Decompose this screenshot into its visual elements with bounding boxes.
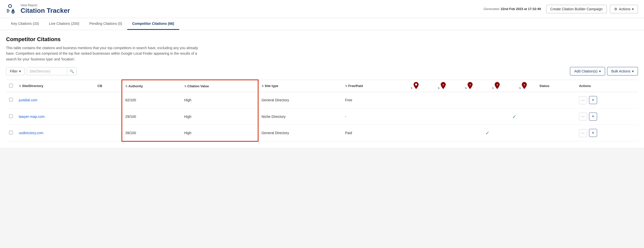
header-actions-label: Actions: [579, 84, 591, 88]
header-right: Generated: 22nd Feb 2023 at 17:32:49 Cre…: [483, 5, 638, 13]
generated-label: Generated:: [483, 7, 500, 11]
svg-text:4: 4: [497, 84, 498, 86]
add-citations-chevron-icon: ▾: [599, 69, 601, 73]
row3-add-button[interactable]: +: [589, 129, 597, 137]
sort-citation-icon: ⇅: [184, 85, 186, 88]
row2-site-link[interactable]: lawyer-map.com: [19, 115, 45, 119]
row1-add-button[interactable]: +: [589, 96, 597, 104]
filter-button[interactable]: Filter ▾: [6, 67, 25, 75]
bulk-actions-button[interactable]: Bulk Actions ▾: [607, 67, 638, 75]
row2-comp5: ✓: [509, 108, 536, 125]
row2-status: [536, 108, 576, 125]
row1-comp2: [428, 92, 455, 109]
table-header-row: ⇅ Site/Directory CB ⇅ Authority ⇅ Citati…: [6, 80, 638, 92]
create-campaign-button[interactable]: Create Citation Builder Campaign: [546, 5, 607, 13]
row1-comp5: [509, 92, 536, 109]
header-site-label: Site/Directory: [22, 84, 43, 88]
row1-citation-value: High: [181, 92, 258, 109]
table-row: usdirectory.com 39/100 High General Dire…: [6, 125, 638, 141]
toolbar-left: Filter ▾ 🔍: [6, 67, 77, 75]
sort-comp5-icon: ⇅: [519, 87, 521, 90]
row2-cb: [94, 108, 122, 125]
row1-site-link[interactable]: justdial.com: [19, 98, 37, 102]
row2-comp5-check-icon: ✓: [512, 114, 517, 119]
tab-live-citations[interactable]: Live Citations (200): [44, 18, 84, 30]
sort-comp1-icon: ⇅: [411, 87, 413, 90]
row2-checkbox[interactable]: [9, 114, 13, 118]
main-content: Competitor Citations This table contains…: [0, 30, 644, 148]
header-site-type[interactable]: ⇅ Site type: [258, 80, 342, 92]
header-site-type-label: Site type: [265, 84, 278, 88]
search-button[interactable]: 🔍: [67, 68, 77, 75]
table-row: justdial.com 62/100 High General Directo…: [6, 92, 638, 109]
citation-tracker-icon: [6, 3, 17, 15]
add-citations-button[interactable]: Add Citation(s) ▾: [570, 67, 605, 75]
header-left: View Report: Citation Tracker: [6, 3, 70, 15]
citations-table-container: ⇅ Site/Directory CB ⇅ Authority ⇅ Citati…: [6, 79, 638, 142]
svg-text:2: 2: [442, 84, 444, 86]
header-cb-label: CB: [97, 84, 102, 88]
tab-competitor-citations[interactable]: Competitor Citations (66): [127, 18, 179, 30]
tab-pending-citations[interactable]: Pending Citations (0): [84, 18, 127, 30]
svg-text:3: 3: [470, 84, 471, 86]
header-free-paid[interactable]: ⇅ Free/Paid: [342, 80, 401, 92]
section-description: This table contains the citations and bu…: [6, 45, 202, 62]
header-site-directory[interactable]: ⇅ Site/Directory: [16, 80, 94, 92]
row1-authority: 62/100: [122, 92, 181, 109]
citations-table: ⇅ Site/Directory CB ⇅ Authority ⇅ Citati…: [6, 79, 638, 142]
row2-comp1: [401, 108, 428, 125]
sort-comp4-icon: ⇅: [492, 87, 494, 90]
header-checkbox-cell: [6, 80, 16, 92]
toolbar-right: Add Citation(s) ▾ Bulk Actions ▾: [570, 67, 638, 75]
row3-comp1: [401, 125, 428, 141]
search-icon: 🔍: [70, 69, 74, 73]
actions-button[interactable]: ⚙ Actions ▾: [610, 5, 638, 13]
svg-point-0: [9, 5, 12, 8]
actions-chevron-icon: ▾: [632, 7, 634, 11]
header-citation-value-label: Citation Value: [187, 84, 209, 88]
header-comp2: ⇅ 2: [428, 80, 455, 92]
row1-comp1: [401, 92, 428, 109]
row1-ellipsis-button[interactable]: ···: [579, 96, 587, 104]
row3-site: usdirectory.com: [16, 125, 94, 141]
row1-free-paid: Free: [342, 92, 401, 109]
row3-free-paid: Paid: [342, 125, 401, 141]
row3-comp5: [509, 125, 536, 141]
row1-cb: [94, 92, 122, 109]
row3-site-type: General Directory: [258, 125, 342, 141]
pin-3: 3: [468, 86, 473, 90]
row2-actions-cell: ··· +: [576, 108, 638, 125]
search-input[interactable]: [27, 67, 67, 75]
row3-comp2: [428, 125, 455, 141]
row3-checkbox[interactable]: [9, 131, 13, 134]
generated-text: Generated: 22nd Feb 2023 at 17:32:49: [483, 7, 541, 11]
header-comp1: ⇅ 1: [401, 80, 428, 92]
bulk-actions-label: Bulk Actions: [611, 69, 630, 73]
bulk-actions-chevron-icon: ▾: [632, 69, 634, 73]
filter-label: Filter: [10, 69, 18, 73]
row1-checkbox[interactable]: [9, 98, 13, 102]
row3-cb: [94, 125, 122, 141]
svg-text:1: 1: [416, 83, 417, 86]
svg-text:5: 5: [524, 84, 525, 86]
header-comp5: ⇅ 5: [509, 80, 536, 92]
row3-ellipsis-button[interactable]: ···: [579, 129, 587, 137]
row1-actions-cell: ··· +: [576, 92, 638, 109]
header-authority[interactable]: ⇅ Authority: [122, 80, 181, 92]
row3-site-link[interactable]: usdirectory.com: [19, 131, 43, 135]
add-citations-label: Add Citation(s): [574, 69, 598, 73]
tab-key-citations[interactable]: Key Citations (33): [6, 18, 44, 30]
row1-comp4: [482, 92, 509, 109]
row1-site: justdial.com: [16, 92, 94, 109]
row3-comp4: ✓: [482, 125, 509, 141]
header-citation-value[interactable]: ⇅ Citation Value: [181, 80, 258, 92]
row2-add-button[interactable]: +: [589, 113, 597, 121]
view-report-label: View Report:: [21, 4, 70, 7]
row1-site-type: General Directory: [258, 92, 342, 109]
select-all-checkbox[interactable]: [9, 84, 13, 88]
pin-4: 4: [495, 86, 500, 90]
row1-checkbox-cell: [6, 92, 16, 109]
row2-ellipsis-button[interactable]: ···: [579, 113, 587, 121]
row1-status: [536, 92, 576, 109]
header-actions: Actions: [576, 80, 638, 92]
